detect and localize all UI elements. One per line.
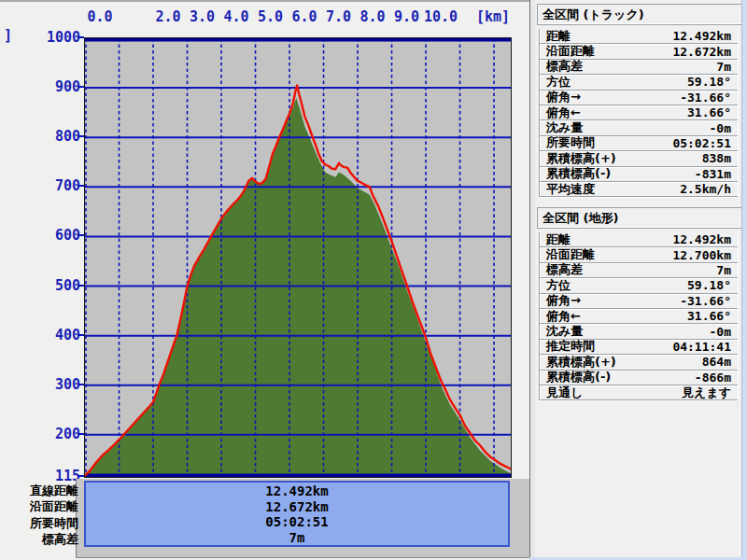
stat-label: 累積標高(+) [546,354,616,371]
table-row: 沿面距離12.672km [540,44,738,59]
stat-label: 沈み量 [546,323,583,340]
elevation-plot-area[interactable] [84,37,512,478]
stat-label: 沿面距離 [546,246,595,263]
table-row: 標高差7m [540,60,738,75]
table-row: 沈み量-0m [540,324,738,339]
stat-value: 31.66° [687,105,731,119]
x-axis-tick-labels: 0.02.03.04.05.06.07.08.09.010.0 [0,8,532,27]
y-tick-mark [78,86,84,88]
stat-label: 累積標高(+) [546,150,616,167]
y-tick-label: 700 [55,177,80,194]
table-row: 俯角←31.66° [540,309,738,324]
y-tick-label: 500 [55,277,80,294]
stat-value: 2.5km/h [680,182,731,196]
stat-label: 沈み量 [546,119,583,136]
stat-value: 12.492km [672,29,731,43]
table-row: 所要時間05:02:51 [540,136,738,151]
table-row: 累積標高(-)-866m [540,371,738,385]
stat-label: 距離 [546,28,571,45]
y-tick-label: 400 [55,327,80,343]
stat-value: -831m [695,167,731,181]
panel-header-track: 全区間 (トラック) [537,4,745,25]
stat-label: 所要時間 [546,134,595,151]
stat-label: 方位 [546,74,571,91]
stat-value: 7m [716,60,731,74]
y-tick-label: 900 [55,78,80,95]
y-tick-mark [78,475,84,477]
y-tick-mark [78,185,84,187]
table-row: 距離12.492km [540,29,738,44]
x-tick-label: 6.0 [291,8,317,25]
x-tick-label: 3.0 [190,8,215,25]
stat-value: 12.672km [672,45,731,59]
stat-label: 標高差 [546,261,583,278]
summary-value: 05:02:51 [86,514,508,530]
y-tick-mark [78,234,84,236]
stat-label: 俯角← [546,105,581,121]
x-tick-label: 8.0 [359,8,385,25]
summary-label: 標高差 [42,531,78,548]
stat-value: 04:11:41 [672,340,731,354]
summary-value: 12.492km [86,483,508,499]
stat-value: 59.18° [687,75,731,89]
stat-label: 標高差 [546,58,583,75]
table-row: 累積標高(-)-831m [540,167,738,182]
window-top-edge [0,0,532,2]
stat-value: 7m [716,263,731,277]
table-row: 累積標高(+)838m [540,151,738,166]
table-row: 見通し見えます [540,385,738,400]
stat-value: -866m [695,371,731,385]
table-row: 俯角→-31.66° [540,294,738,309]
y-tick-mark [78,384,84,385]
y-tick-mark [78,135,84,137]
table-row: 方位59.18° [540,278,738,293]
y-tick-mark [78,433,84,435]
stat-label: 距離 [546,231,571,248]
x-tick-label: 0.0 [87,8,112,25]
stat-label: 俯角→ [546,292,581,309]
stat-label: 平均速度 [546,181,595,198]
table-row: 累積標高(+)864m [540,355,738,370]
y-axis-unit-clipped: ] [4,27,12,44]
window-edge-right [741,0,747,560]
stat-label: 俯角← [546,308,581,325]
y-tick-mark [78,36,84,38]
x-tick-label: 2.0 [155,8,180,25]
y-tick-label: 300 [55,376,80,393]
x-tick-label: 4.0 [223,8,248,25]
stat-label: 沿面距離 [546,43,595,60]
table-row: 俯角←31.66° [540,105,738,120]
y-tick-mark [78,334,84,336]
table-row: 標高差7m [540,263,738,278]
stat-value: 見えます [682,385,731,401]
x-tick-label: 5.0 [258,8,283,25]
table-row: 沈み量-0m [540,120,738,135]
table-row: 俯角→-31.66° [540,91,738,105]
summary-value: 7m [86,530,508,546]
summary-box: 12.492km12.672km05:02:517m [84,481,510,547]
table-row: 方位59.18° [540,75,738,90]
stat-value: -31.66° [680,91,731,105]
stat-value: 59.18° [687,278,731,292]
table-row: 沿面距離12.700km [540,247,738,262]
stats-table-track: 距離12.492km沿面距離12.672km標高差7m方位59.18°俯角→-3… [539,29,739,197]
info-panel: 全区間 (トラック) 距離12.492km沿面距離12.672km標高差7m方位… [535,0,741,560]
table-row: 距離12.492km [540,232,738,247]
summary-label: 所要時間 [30,515,78,532]
summary-value: 12.672km [86,499,508,515]
y-tick-label: 600 [55,227,80,244]
stat-value: -31.66° [680,294,731,308]
stat-label: 累積標高(-) [546,165,611,182]
stat-value: 12.700km [672,248,731,262]
y-tick-label: 800 [55,128,80,145]
stat-value: 31.66° [687,309,731,323]
stat-label: 推定時間 [546,338,595,355]
stat-value: -0m [710,325,731,339]
stat-value: -0m [710,121,731,135]
elevation-chart [85,38,511,477]
x-tick-label: 9.0 [394,8,419,25]
table-row: 平均速度2.5km/h [540,182,738,197]
stat-value: 05:02:51 [672,136,731,150]
stat-label: 見通し [546,385,583,401]
stat-label: 累積標高(-) [546,369,611,385]
